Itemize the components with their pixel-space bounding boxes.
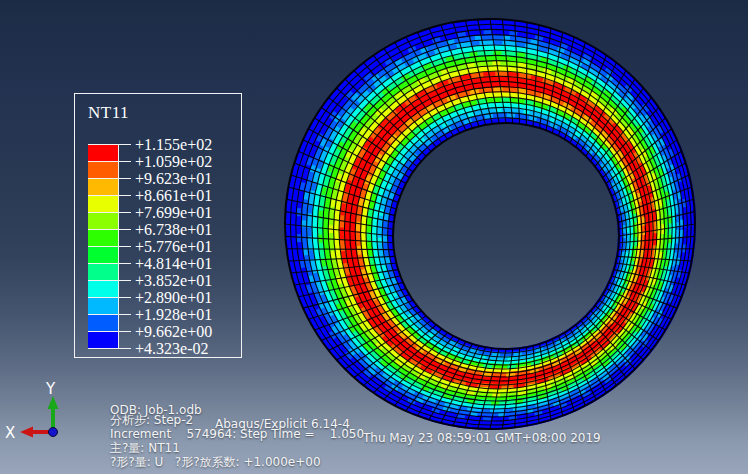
legend-tick xyxy=(88,161,131,162)
legend-swatch xyxy=(88,246,118,263)
contour-legend: NT11 +1.155e+02+1.059e+02+9.623e+01+8.66… xyxy=(74,93,242,358)
x-axis-arrowhead-icon xyxy=(20,427,33,438)
legend-tick xyxy=(88,297,131,298)
legend-tick xyxy=(88,178,131,179)
step-info: 分析步: Step-2 xyxy=(110,413,193,427)
increment-info: Increment 574964: Step Time = 1.050 xyxy=(110,427,364,441)
legend-swatch xyxy=(88,144,118,161)
legend-tick xyxy=(88,229,131,230)
legend-swatch xyxy=(88,178,118,195)
legend-swatch xyxy=(88,229,118,246)
legend-tick-label: +3.852e+01 xyxy=(135,272,212,289)
legend-tick-label: +9.623e+01 xyxy=(135,170,212,187)
legend-swatch xyxy=(88,263,118,280)
legend-tick xyxy=(88,314,131,315)
legend-tick xyxy=(88,280,131,281)
legend-swatch xyxy=(88,280,118,297)
legend-tick xyxy=(88,212,131,213)
timestamp: Thu May 23 08:59:01 GMT+08:00 2019 xyxy=(363,431,601,445)
legend-tick-label: +1.059e+02 xyxy=(135,153,212,170)
legend-swatch xyxy=(88,212,118,229)
legend-tick-label: +5.776e+01 xyxy=(135,238,212,255)
legend-tick-label: +4.814e+01 xyxy=(135,255,212,272)
legend-tick xyxy=(88,144,131,145)
primary-variable-info: 主?量: NT11 xyxy=(110,441,180,455)
legend-tick xyxy=(88,348,131,349)
x-axis-label: X xyxy=(5,424,15,442)
legend-tick-label: +1.928e+01 xyxy=(135,306,212,323)
mesh-spoke-line xyxy=(526,22,527,124)
legend-tick-label: +6.738e+01 xyxy=(135,221,212,238)
legend-tick-label: +4.323e-02 xyxy=(135,340,208,357)
legend-swatch xyxy=(88,161,118,178)
deformed-variable-info: ?形?量: U ?形?放系数: +1.000e+00 xyxy=(110,455,321,469)
legend-tick-label: +9.662e+00 xyxy=(135,323,212,340)
legend-tick-label: +8.661e+01 xyxy=(135,187,212,204)
legend-tick xyxy=(88,331,131,332)
y-axis-label: Y xyxy=(45,380,56,398)
abaqus-viewport[interactable]: NT11 +1.155e+02+1.059e+02+9.623e+01+8.66… xyxy=(0,0,748,474)
legend-tick-label: +1.155e+02 xyxy=(135,136,212,153)
legend-swatch xyxy=(88,314,118,331)
legend-tick xyxy=(88,195,131,196)
legend-title: NT11 xyxy=(88,103,129,123)
legend-tick-label: +7.699e+01 xyxy=(135,204,212,221)
z-axis-dot-icon xyxy=(49,428,58,437)
legend-swatch xyxy=(88,195,118,212)
legend-tick xyxy=(88,246,131,247)
orientation-triad: Y X xyxy=(0,373,100,474)
mesh-spoke-line xyxy=(526,347,527,425)
legend-tick-label: +2.890e+01 xyxy=(135,289,212,306)
legend-swatch xyxy=(88,331,118,348)
legend-tick xyxy=(88,263,131,264)
legend-swatch xyxy=(88,297,118,314)
